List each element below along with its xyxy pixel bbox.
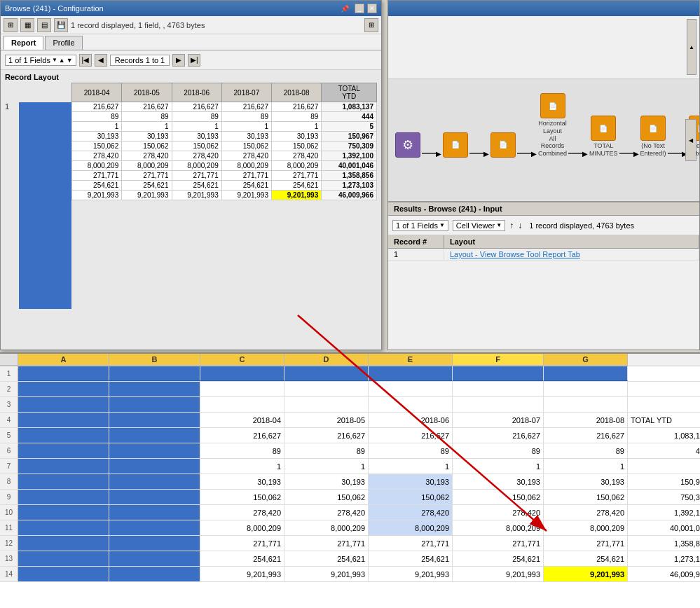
cell-a8[interactable] bbox=[18, 474, 109, 489]
cell-h7[interactable]: 5 bbox=[628, 459, 700, 474]
cell-g10[interactable]: 278,420 bbox=[544, 505, 628, 520]
cell-d14[interactable]: 9,201,993 bbox=[284, 567, 369, 581]
cell-c1[interactable] bbox=[200, 366, 284, 381]
cell-e12[interactable]: 271,771 bbox=[369, 536, 453, 551]
cell-c3[interactable] bbox=[200, 397, 284, 412]
cell-f14[interactable]: 9,201,993 bbox=[453, 567, 544, 581]
first-record-button[interactable]: |◀ bbox=[79, 54, 92, 67]
cell-g8[interactable]: 30,193 bbox=[544, 474, 628, 489]
cell-d3[interactable] bbox=[284, 397, 369, 412]
cell-a4[interactable] bbox=[18, 413, 109, 427]
save-icon[interactable]: 💾 bbox=[54, 18, 68, 32]
cell-g13[interactable]: 254,621 bbox=[544, 551, 628, 566]
cell-c9[interactable]: 150,062 bbox=[200, 490, 284, 504]
cell-b9[interactable] bbox=[109, 490, 200, 504]
sort-down-icon[interactable]: ▼ bbox=[67, 57, 73, 64]
cell-h5[interactable]: 1,083,137 bbox=[628, 428, 700, 443]
sort-up-btn[interactable]: ↑ bbox=[509, 221, 514, 230]
cell-e2[interactable] bbox=[369, 382, 453, 396]
cell-d13[interactable]: 254,621 bbox=[284, 551, 369, 566]
cell-f7[interactable]: 1 bbox=[453, 459, 544, 474]
cell-d10[interactable]: 278,420 bbox=[284, 505, 369, 520]
cell-f6[interactable]: 89 bbox=[453, 443, 544, 458]
cell-f2[interactable] bbox=[453, 382, 544, 396]
col-header-c[interactable]: C bbox=[200, 354, 284, 366]
cell-g2[interactable] bbox=[544, 382, 628, 396]
cell-h12[interactable]: 1,358,856 bbox=[628, 536, 700, 551]
cell-g7[interactable]: 1 bbox=[544, 459, 628, 474]
cell-f9[interactable]: 150,062 bbox=[453, 490, 544, 504]
orange-tool-icon-1[interactable]: 📄 bbox=[443, 132, 468, 158]
cell-f4[interactable]: 2018-07 bbox=[453, 413, 544, 427]
cell-b4[interactable] bbox=[109, 413, 200, 427]
grid-icon[interactable]: ▦ bbox=[20, 18, 34, 32]
col-header-a[interactable]: A bbox=[18, 354, 109, 366]
cell-d7[interactable]: 1 bbox=[284, 459, 369, 474]
cell-h10[interactable]: 1,392,100 bbox=[628, 505, 700, 520]
close-button[interactable]: ✕ bbox=[367, 4, 377, 13]
cell-c14[interactable]: 9,201,993 bbox=[200, 567, 284, 581]
cell-e1[interactable] bbox=[369, 366, 453, 381]
cell-f3[interactable] bbox=[453, 397, 544, 412]
cell-f12[interactable]: 271,771 bbox=[453, 536, 544, 551]
cell-c6[interactable]: 89 bbox=[200, 443, 284, 458]
cell-c12[interactable]: 271,771 bbox=[200, 536, 284, 551]
cell-h8[interactable]: 150,967 bbox=[628, 474, 700, 489]
cell-c11[interactable]: 8,000,209 bbox=[200, 520, 284, 535]
tab-profile[interactable]: Profile bbox=[45, 36, 82, 50]
table-icon[interactable]: ▤ bbox=[37, 18, 51, 32]
cell-g1[interactable] bbox=[544, 366, 628, 381]
cell-e4[interactable]: 2018-06 bbox=[369, 413, 453, 427]
cell-g6[interactable]: 89 bbox=[544, 443, 628, 458]
cell-c4[interactable]: 2018-04 bbox=[200, 413, 284, 427]
scroll-left-button[interactable]: ◀ bbox=[685, 119, 696, 161]
cell-a5[interactable] bbox=[18, 428, 109, 443]
cell-b8[interactable] bbox=[109, 474, 200, 489]
notext-icon-1[interactable]: 📄 bbox=[640, 116, 666, 141]
purple-tool-icon[interactable]: ⚙ bbox=[395, 132, 420, 158]
browse-tool-icon[interactable]: ⊞ bbox=[4, 18, 18, 32]
last-record-button[interactable]: ▶| bbox=[188, 54, 200, 67]
cell-g14-highlighted[interactable]: 9,201,993 bbox=[544, 567, 628, 581]
cell-c2[interactable] bbox=[200, 382, 284, 396]
add-icon[interactable]: ⊞ bbox=[364, 18, 378, 32]
cell-a10[interactable] bbox=[18, 505, 109, 520]
prev-record-button[interactable]: ◀ bbox=[95, 54, 107, 67]
cell-a12[interactable] bbox=[18, 536, 109, 551]
cell-g9[interactable]: 150,062 bbox=[544, 490, 628, 504]
cell-d6[interactable]: 89 bbox=[284, 443, 369, 458]
cell-c10[interactable]: 278,420 bbox=[200, 505, 284, 520]
cell-e5[interactable]: 216,627 bbox=[369, 428, 453, 443]
cell-c5[interactable]: 216,627 bbox=[200, 428, 284, 443]
cell-f5[interactable]: 216,627 bbox=[453, 428, 544, 443]
cell-d4[interactable]: 2018-05 bbox=[284, 413, 369, 427]
cell-a3[interactable] bbox=[18, 397, 109, 412]
cell-a13[interactable] bbox=[18, 551, 109, 566]
cell-d11[interactable]: 8,000,209 bbox=[284, 520, 369, 535]
cell-f1[interactable] bbox=[453, 366, 544, 381]
col-header-d[interactable]: D bbox=[284, 354, 369, 366]
cell-a9[interactable] bbox=[18, 490, 109, 504]
scroll-button[interactable]: ▲ bbox=[687, 19, 696, 75]
cell-h6[interactable]: 444 bbox=[628, 443, 700, 458]
cell-b6[interactable] bbox=[109, 443, 200, 458]
cell-b5[interactable] bbox=[109, 428, 200, 443]
cell-h4[interactable]: TOTAL YTD bbox=[628, 413, 700, 427]
cell-c8[interactable]: 30,193 bbox=[200, 474, 284, 489]
total-minutes-icon[interactable]: 📄 bbox=[591, 116, 616, 141]
cell-c7[interactable]: 1 bbox=[200, 459, 284, 474]
cell-a6[interactable] bbox=[18, 443, 109, 458]
sort-down-btn[interactable]: ↓ bbox=[518, 221, 522, 230]
cell-e8[interactable]: 30,193 bbox=[369, 474, 453, 489]
cell-b12[interactable] bbox=[109, 536, 200, 551]
cell-e7[interactable]: 1 bbox=[369, 459, 453, 474]
cell-b2[interactable] bbox=[109, 382, 200, 396]
cell-d8[interactable]: 30,193 bbox=[284, 474, 369, 489]
cell-g3[interactable] bbox=[544, 397, 628, 412]
fields-dropdown[interactable]: 1 of 1 Fields ▼ ▲ ▼ bbox=[5, 55, 76, 66]
cell-b13[interactable] bbox=[109, 551, 200, 566]
tab-report[interactable]: Report bbox=[4, 36, 43, 50]
cell-d1[interactable] bbox=[284, 366, 369, 381]
cell-d9[interactable]: 150,062 bbox=[284, 490, 369, 504]
cell-b3[interactable] bbox=[109, 397, 200, 412]
